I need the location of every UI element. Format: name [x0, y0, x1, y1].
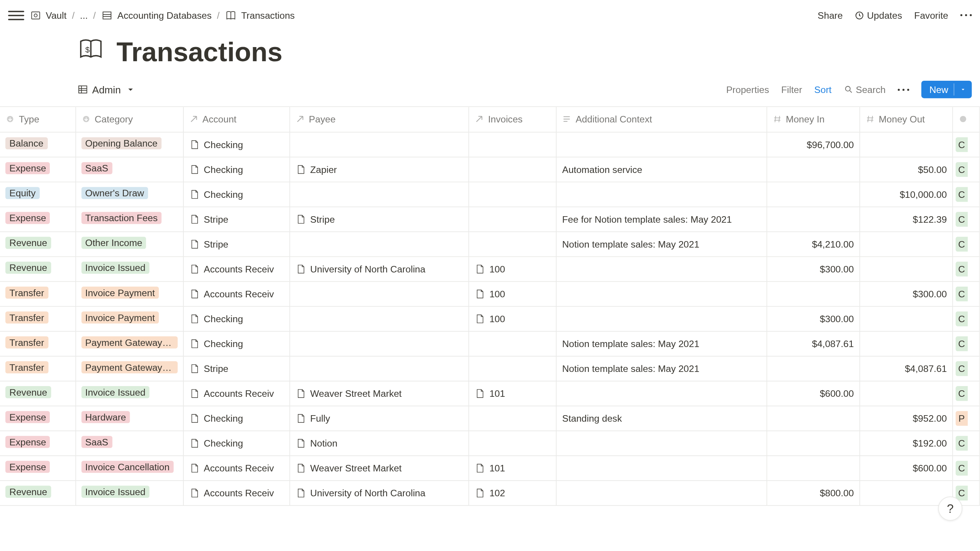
table-row[interactable]: ExpenseTransaction FeesStripeStripeFee f… — [0, 207, 980, 231]
cell-context[interactable] — [557, 455, 767, 480]
table-row[interactable]: BalanceOpening BalanceChecking$96,700.00… — [0, 132, 980, 157]
page-title[interactable]: Transactions — [116, 37, 283, 67]
cell-account[interactable]: Stripe — [183, 356, 290, 381]
cell-overflow[interactable]: C — [952, 356, 979, 381]
cell-invoices[interactable] — [469, 231, 557, 256]
properties-button[interactable]: Properties — [726, 84, 769, 95]
breadcrumb-item[interactable]: ... — [80, 10, 88, 20]
cell-payee[interactable]: Zapier — [290, 157, 469, 182]
cell-money-out[interactable]: $4,087.61 — [859, 356, 952, 381]
cell-overflow[interactable]: C — [952, 306, 979, 331]
cell-account[interactable]: Accounts Receiv — [183, 281, 290, 306]
cell-account[interactable]: Accounts Receiv — [183, 256, 290, 281]
view-more-icon[interactable] — [898, 88, 909, 90]
cell-category[interactable]: Other Income — [75, 231, 183, 256]
cell-overflow[interactable]: C — [952, 182, 979, 207]
cell-account[interactable]: Accounts Receiv — [183, 455, 290, 480]
cell-type[interactable]: Revenue — [0, 231, 75, 256]
sort-button[interactable]: Sort — [814, 84, 831, 95]
cell-category[interactable]: Owner's Draw — [75, 182, 183, 207]
search-button[interactable]: Search — [844, 84, 886, 95]
column-header-type[interactable]: Type — [0, 107, 75, 132]
cell-type[interactable]: Expense — [0, 455, 75, 480]
cell-context[interactable] — [557, 430, 767, 455]
cell-account[interactable]: Stripe — [183, 207, 290, 231]
cell-payee[interactable]: Weaver Street Market — [290, 381, 469, 406]
cell-overflow[interactable]: C — [952, 381, 979, 406]
favorite-button[interactable]: Favorite — [914, 10, 948, 20]
cell-money-in[interactable]: $300.00 — [767, 256, 860, 281]
cell-money-in[interactable]: $600.00 — [767, 381, 860, 406]
column-header-money-in[interactable]: Money In — [767, 107, 860, 132]
table-row[interactable]: EquityOwner's DrawChecking$10,000.00C — [0, 182, 980, 207]
cell-money-in[interactable] — [767, 182, 860, 207]
cell-money-out[interactable]: $122.39 — [859, 207, 952, 231]
cell-payee[interactable]: University of North Carolina — [290, 256, 469, 281]
breadcrumb-item[interactable]: Vault — [29, 9, 66, 21]
cell-category[interactable]: Invoice Issued — [75, 381, 183, 406]
cell-type[interactable]: Expense — [0, 430, 75, 455]
more-icon[interactable] — [960, 14, 972, 16]
cell-payee[interactable]: University of North Carolina — [290, 480, 469, 505]
cell-payee[interactable]: Weaver Street Market — [290, 455, 469, 480]
cell-money-in[interactable] — [767, 207, 860, 231]
cell-payee[interactable] — [290, 231, 469, 256]
cell-category[interactable]: Hardware — [75, 406, 183, 430]
table-row[interactable]: TransferInvoice PaymentChecking100$300.0… — [0, 306, 980, 331]
filter-button[interactable]: Filter — [781, 84, 802, 95]
cell-payee[interactable] — [290, 306, 469, 331]
cell-overflow[interactable]: C — [952, 256, 979, 281]
table-row[interactable]: ExpenseSaaSCheckingZapierAutomation serv… — [0, 157, 980, 182]
cell-money-in[interactable] — [767, 430, 860, 455]
cell-category[interactable]: Payment Gateway Payout — [75, 331, 183, 356]
cell-account[interactable]: Checking — [183, 406, 290, 430]
table-row[interactable]: RevenueInvoice IssuedAccounts ReceivUniv… — [0, 256, 980, 281]
table-row[interactable]: ExpenseSaaSCheckingNotion$192.00C — [0, 430, 980, 455]
cell-context[interactable] — [557, 381, 767, 406]
cell-invoices[interactable]: 101 — [469, 455, 557, 480]
cell-money-in[interactable] — [767, 455, 860, 480]
column-header-payee[interactable]: Payee — [290, 107, 469, 132]
cell-context[interactable]: Notion template sales: May 2021 — [557, 231, 767, 256]
cell-type[interactable]: Transfer — [0, 281, 75, 306]
cell-context[interactable] — [557, 182, 767, 207]
cell-payee[interactable] — [290, 331, 469, 356]
column-header-context[interactable]: Additional Context — [557, 107, 767, 132]
cell-overflow[interactable]: C — [952, 331, 979, 356]
cell-type[interactable]: Transfer — [0, 331, 75, 356]
cell-money-out[interactable] — [859, 231, 952, 256]
cell-account[interactable]: Checking — [183, 157, 290, 182]
cell-money-out[interactable] — [859, 381, 952, 406]
cell-overflow[interactable]: C — [952, 132, 979, 157]
column-header-overflow[interactable] — [952, 107, 979, 132]
column-header-account[interactable]: Account — [183, 107, 290, 132]
cell-invoices[interactable]: 100 — [469, 256, 557, 281]
cell-type[interactable]: Revenue — [0, 256, 75, 281]
cell-account[interactable]: Accounts Receiv — [183, 480, 290, 505]
cell-invoices[interactable] — [469, 430, 557, 455]
cell-context[interactable]: Notion template sales: May 2021 — [557, 356, 767, 381]
column-header-invoices[interactable]: Invoices — [469, 107, 557, 132]
cell-money-out[interactable]: $192.00 — [859, 430, 952, 455]
cell-overflow[interactable]: C — [952, 157, 979, 182]
cell-context[interactable]: Fee for Notion template sales: May 2021 — [557, 207, 767, 231]
cell-account[interactable]: Checking — [183, 306, 290, 331]
cell-invoices[interactable] — [469, 406, 557, 430]
cell-money-in[interactable] — [767, 157, 860, 182]
cell-money-out[interactable] — [859, 132, 952, 157]
cell-invoices[interactable] — [469, 356, 557, 381]
cell-context[interactable] — [557, 281, 767, 306]
cell-type[interactable]: Transfer — [0, 356, 75, 381]
cell-money-in[interactable] — [767, 406, 860, 430]
column-header-category[interactable]: Category — [75, 107, 183, 132]
cell-money-out[interactable]: $952.00 — [859, 406, 952, 430]
column-header-money-out[interactable]: Money Out — [859, 107, 952, 132]
cell-overflow[interactable]: C — [952, 430, 979, 455]
cell-payee[interactable]: Notion — [290, 430, 469, 455]
cell-context[interactable]: Notion template sales: May 2021 — [557, 331, 767, 356]
cell-category[interactable]: Invoice Issued — [75, 480, 183, 505]
cell-category[interactable]: Invoice Issued — [75, 256, 183, 281]
cell-invoices[interactable]: 101 — [469, 381, 557, 406]
cell-category[interactable]: Transaction Fees — [75, 207, 183, 231]
cell-category[interactable]: SaaS — [75, 430, 183, 455]
